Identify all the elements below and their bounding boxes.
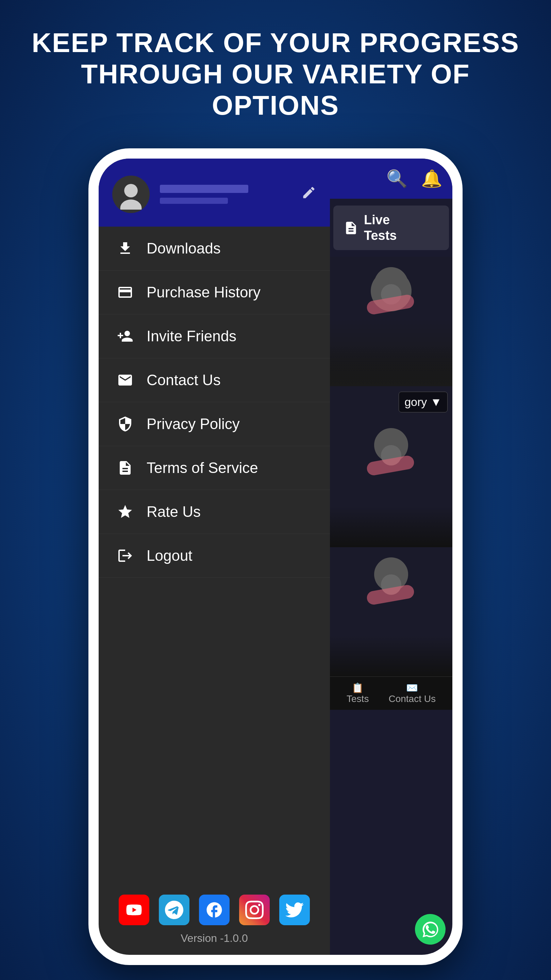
drawer-header [98, 159, 330, 227]
live-tests-label: LiveTests [364, 212, 397, 243]
menu-item-purchase[interactable]: Purchase History [98, 270, 330, 314]
bottom-nav-tests[interactable]: 📋 Tests [346, 682, 369, 705]
downloads-label: Downloads [147, 240, 221, 257]
menu-item-invite[interactable]: Invite Friends [98, 314, 330, 358]
user-email-blur [160, 198, 228, 204]
invite-label: Invite Friends [147, 328, 237, 345]
terms-label: Terms of Service [147, 460, 258, 476]
content-image-1 [330, 257, 453, 386]
facebook-button[interactable] [199, 894, 230, 925]
bottom-nav: 📋 Tests ✉️ Contact Us [330, 676, 453, 710]
menu-item-logout[interactable]: Logout [98, 534, 330, 578]
terms-icon [116, 458, 135, 477]
phone-screen: Downloads Purchase History Invite Friend… [98, 159, 453, 955]
privacy-icon [116, 414, 135, 434]
logout-label: Logout [147, 547, 192, 564]
category-row: gory ▼ [330, 386, 453, 418]
version-text: Version -1.0.0 [181, 932, 248, 945]
twitter-button[interactable] [279, 894, 310, 925]
headline: KEEP TRACK OF YOUR PROGRESS THROUGH OUR … [0, 27, 551, 121]
menu-item-terms[interactable]: Terms of Service [98, 446, 330, 490]
avatar [112, 176, 150, 213]
logout-icon [116, 546, 135, 565]
headline-line1: KEEP TRACK OF YOUR PROGRESS [21, 27, 530, 59]
whatsapp-fab[interactable] [415, 914, 446, 945]
phone-frame: Downloads Purchase History Invite Friend… [89, 148, 462, 965]
drawer: Downloads Purchase History Invite Friend… [98, 159, 330, 955]
headline-line2: THROUGH OUR VARIETY OF OPTIONS [21, 59, 530, 121]
edit-icon[interactable] [301, 185, 316, 204]
privacy-label: Privacy Policy [147, 415, 240, 433]
downloads-icon [116, 239, 135, 258]
main-panel: 🔍 🔔 LiveTests [330, 159, 453, 955]
rate-label: Rate Us [147, 503, 201, 520]
social-icons [119, 894, 310, 925]
content-image-2 [330, 418, 453, 547]
drawer-footer: Version -1.0.0 [98, 881, 330, 955]
svg-point-0 [124, 184, 138, 197]
bottom-nav-contact[interactable]: ✉️ Contact Us [388, 682, 436, 705]
rate-icon [116, 502, 135, 521]
menu-item-downloads[interactable]: Downloads [98, 227, 330, 270]
menu-item-privacy[interactable]: Privacy Policy [98, 402, 330, 446]
contact-icon [116, 371, 135, 390]
bell-icon[interactable]: 🔔 [421, 169, 442, 189]
purchase-label: Purchase History [147, 284, 260, 301]
svg-point-1 [121, 199, 142, 210]
content-image-3 [330, 547, 453, 676]
user-info [160, 185, 291, 204]
menu-item-contact[interactable]: Contact Us [98, 358, 330, 402]
dropdown-arrow: ▼ [430, 395, 442, 409]
youtube-button[interactable] [119, 894, 149, 925]
live-tests-tab[interactable]: LiveTests [333, 205, 449, 250]
contact-label: Contact Us [147, 372, 221, 388]
search-icon[interactable]: 🔍 [386, 169, 408, 189]
top-bar: 🔍 🔔 [330, 159, 453, 199]
menu-item-rate[interactable]: Rate Us [98, 490, 330, 534]
invite-icon [116, 327, 135, 346]
telegram-button[interactable] [159, 894, 189, 925]
user-name-blur [160, 185, 248, 193]
instagram-button[interactable] [239, 894, 270, 925]
purchase-icon [116, 283, 135, 302]
category-dropdown[interactable]: gory ▼ [399, 392, 448, 412]
drawer-menu: Downloads Purchase History Invite Friend… [98, 227, 330, 881]
